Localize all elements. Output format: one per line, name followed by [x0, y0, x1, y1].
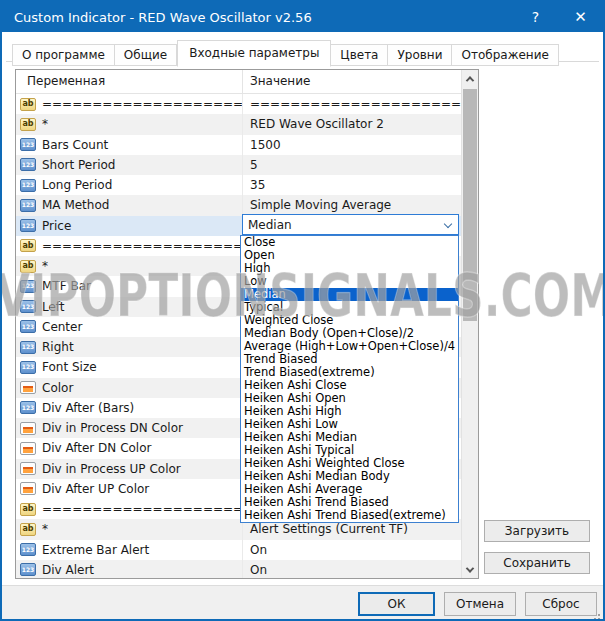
parameter-value[interactable]: RED Wave Oscillator 2 [243, 114, 461, 134]
table-row[interactable]: 123Short Period5 [16, 155, 461, 175]
number-parameter-icon: 123 [20, 320, 36, 333]
window-title: Custom Indicator - RED Wave Oscillator v… [2, 10, 312, 25]
text-parameter-icon: ab [20, 260, 36, 273]
parameter-name: ============================ [42, 502, 243, 516]
tab-3[interactable]: Входные параметры [177, 40, 331, 67]
text-parameter-icon: ab [20, 118, 36, 131]
parameter-name: Div After UP Color [42, 482, 149, 496]
reset-button[interactable]: Сброс [525, 592, 597, 616]
tab-4[interactable]: Цвета [331, 44, 388, 66]
variable-cell: 123Font Size [16, 357, 243, 377]
number-parameter-icon: 123 [20, 179, 36, 192]
variable-cell: Div After DN Color [16, 438, 243, 458]
parameter-value[interactable]: Simple Moving Average [243, 195, 461, 215]
column-header-value: Значение [243, 70, 478, 93]
number-parameter-icon: 123 [20, 300, 36, 313]
parameter-value[interactable]: On [243, 560, 461, 578]
scroll-down-icon[interactable] [462, 561, 478, 578]
resize-grip[interactable] [590, 610, 600, 620]
variable-cell: ab* [16, 256, 243, 276]
variable-cell: 123Center [16, 317, 243, 337]
color-parameter-icon [20, 482, 36, 495]
tab-5[interactable]: Уровни [388, 44, 452, 66]
parameter-name: Short Period [42, 158, 115, 172]
parameter-value[interactable]: ============================ [243, 94, 461, 114]
parameter-name: Bars Count [42, 138, 108, 152]
dropdown-option[interactable]: Open [241, 249, 458, 262]
variable-cell: 123MTF Bar [16, 276, 243, 296]
table-row[interactable]: ab*RED Wave Oscillator 2 [16, 114, 461, 134]
number-parameter-icon: 123 [20, 158, 36, 171]
parameter-name: Long Period [42, 178, 112, 192]
table-row[interactable]: 123Long Period35 [16, 175, 461, 195]
variable-cell: 123Bars Count [16, 135, 243, 155]
number-parameter-icon: 123 [20, 138, 36, 151]
variable-cell: 123Right [16, 337, 243, 357]
price-combobox-value: Median [248, 218, 292, 232]
parameter-name: * [42, 522, 48, 536]
variable-cell: 123Short Period [16, 155, 243, 175]
variable-cell: 123Div After (Bars) [16, 398, 243, 418]
variable-cell: ab* [16, 519, 243, 539]
parameter-value[interactable]: 35 [243, 175, 461, 195]
text-parameter-icon: ab [20, 239, 36, 252]
price-combobox[interactable]: Median [242, 214, 459, 235]
number-parameter-icon: 123 [20, 563, 36, 576]
load-button[interactable]: Загрузить [484, 520, 590, 542]
parameter-name: Font Size [42, 360, 97, 374]
parameter-name: ============================ [42, 97, 243, 111]
bottom-bar: ОК Отмена Сброс [2, 585, 603, 621]
close-icon[interactable]: ✕ [558, 2, 603, 32]
tab-bar: О программеОбщиеВходные параметрыЦветаУр… [12, 39, 559, 66]
table-row[interactable]: 123Div AlertOn [16, 560, 461, 578]
table-row[interactable]: ab======================================… [16, 94, 461, 114]
vertical-scrollbar[interactable] [461, 70, 478, 578]
variable-cell: 123Extreme Bar Alert [16, 540, 243, 560]
parameter-name: Div After (Bars) [42, 401, 134, 415]
dropdown-option[interactable]: Heiken Ashi Trend Biased(extreme) [241, 509, 458, 522]
cancel-button[interactable]: Отмена [444, 592, 516, 616]
text-parameter-icon: ab [20, 503, 36, 516]
parameter-value[interactable]: 1500 [243, 135, 461, 155]
parameter-name: Div After DN Color [42, 441, 151, 455]
tab-2[interactable]: Общие [115, 44, 177, 66]
tab-6[interactable]: Отображение [452, 44, 558, 66]
dropdown-option[interactable]: High [241, 262, 458, 275]
table-row[interactable]: 123Bars Count1500 [16, 135, 461, 155]
parameter-name: ============================ [42, 239, 243, 253]
number-parameter-icon: 123 [20, 280, 36, 293]
parameter-name: Div in Process UP Color [42, 462, 181, 476]
variable-cell: Div After UP Color [16, 479, 243, 499]
number-parameter-icon: 123 [20, 219, 36, 232]
title-bar[interactable]: Custom Indicator - RED Wave Oscillator v… [2, 2, 603, 32]
table-row[interactable]: 123MA MethodSimple Moving Average [16, 195, 461, 215]
number-parameter-icon: 123 [20, 361, 36, 374]
number-parameter-icon: 123 [20, 199, 36, 212]
variable-cell: ab============================ [16, 94, 243, 114]
parameter-name: Color [42, 381, 73, 395]
variable-cell: 123Left [16, 297, 243, 317]
parameter-name: MTF Bar [42, 279, 91, 293]
price-dropdown-list: CloseOpenHighLowMedianTypicalWeighted Cl… [240, 235, 459, 523]
color-parameter-icon [20, 442, 36, 455]
ok-button[interactable]: ОК [358, 592, 435, 616]
help-icon[interactable]: ? [513, 2, 558, 32]
variable-cell: 123MA Method [16, 195, 243, 215]
variable-cell: Color [16, 378, 243, 398]
variable-cell: ab============================ [16, 236, 243, 256]
save-button[interactable]: Сохранить [484, 552, 590, 574]
scroll-up-icon[interactable] [462, 70, 478, 87]
parameter-value[interactable]: 5 [243, 155, 461, 175]
table-header: Переменная Значение [16, 70, 478, 94]
tab-1[interactable]: О программе [12, 44, 115, 66]
parameter-name: * [42, 117, 48, 131]
variable-cell: 123Long Period [16, 175, 243, 195]
scrollbar-thumb[interactable] [463, 89, 477, 321]
custom-indicator-dialog: Custom Indicator - RED Wave Oscillator v… [0, 0, 605, 621]
parameter-value[interactable]: On [243, 540, 461, 560]
text-parameter-icon: ab [20, 523, 36, 536]
color-parameter-icon [20, 422, 36, 435]
color-parameter-icon [20, 381, 36, 394]
table-row[interactable]: 123Extreme Bar AlertOn [16, 540, 461, 560]
parameter-name: Price [42, 219, 71, 233]
